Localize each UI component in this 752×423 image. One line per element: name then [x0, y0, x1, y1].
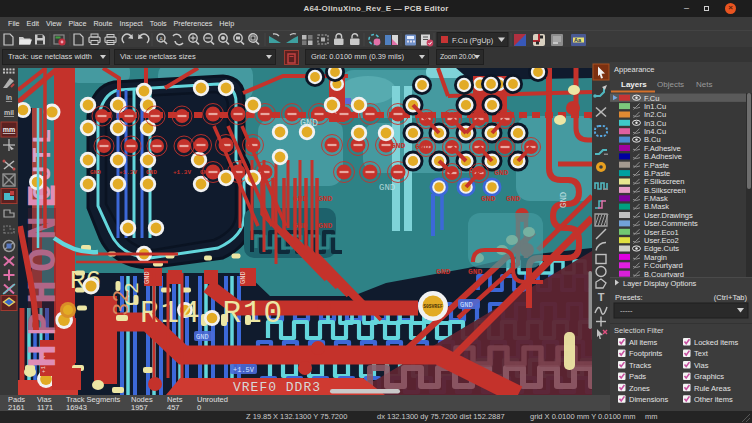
svg-text:mil: mil [4, 109, 14, 116]
svg-text:Aa: Aa [574, 37, 582, 43]
svg-text:Layer Display Options: Layer Display Options [623, 279, 697, 288]
svg-text:GND: GND [506, 194, 521, 203]
svg-text:Selection Filter: Selection Filter [614, 326, 664, 335]
svg-text:Locked items: Locked items [694, 338, 738, 347]
svg-text:GND: GND [460, 301, 473, 309]
svg-text:GND: GND [146, 169, 157, 176]
svg-text:GND: GND [391, 141, 406, 150]
svg-text:GND: GND [379, 183, 395, 193]
svg-text:GND: GND [318, 194, 333, 203]
svg-text:GND: GND [436, 267, 451, 276]
svg-text:Dimensions: Dimensions [629, 395, 668, 404]
svg-text:S0SVREF: S0SVREF [423, 304, 443, 309]
svg-text:T: T [598, 291, 605, 303]
svg-text:+1.3V: +1.3V [173, 169, 191, 176]
svg-text:GND: GND [300, 118, 318, 129]
svg-text:VREF0 DDR3: VREF0 DDR3 [233, 380, 321, 395]
svg-text:(Ctrl+Tab): (Ctrl+Tab) [714, 293, 748, 302]
svg-text:GND: GND [481, 194, 496, 203]
svg-text:GND: GND [239, 271, 247, 284]
svg-text:GND: GND [468, 267, 483, 276]
svg-text:R14 R10: R14 R10 [140, 296, 284, 331]
svg-text:Presets:: Presets: [615, 293, 643, 302]
svg-text:Text: Text [694, 349, 709, 358]
svg-text:GND: GND [196, 333, 209, 341]
svg-text:Graphics: Graphics [694, 372, 724, 381]
svg-text:Nets: Nets [696, 80, 712, 89]
svg-text:All items: All items [629, 338, 658, 347]
svg-text:GND: GND [318, 221, 333, 230]
svg-text:Objects: Objects [657, 80, 684, 89]
svg-text:Layers: Layers [621, 80, 647, 89]
svg-text:Vias: Vias [694, 361, 709, 370]
svg-text:-----: ----- [620, 306, 633, 315]
svg-text:GND: GND [143, 271, 151, 284]
svg-text:GND: GND [559, 192, 569, 208]
svg-text:GND: GND [90, 169, 101, 176]
svg-text:GND: GND [415, 142, 430, 151]
svg-text:GND: GND [494, 168, 509, 177]
svg-text:32: 32 [110, 290, 135, 316]
svg-text:Rule Areas: Rule Areas [694, 384, 731, 393]
svg-text:in: in [6, 94, 12, 101]
svg-text:GND: GND [293, 221, 308, 230]
svg-text:GND: GND [293, 194, 308, 203]
svg-text:+1.5V: +1.5V [233, 366, 255, 374]
svg-text:Footprints: Footprints [629, 349, 663, 358]
svg-text:Pads: Pads [629, 372, 646, 381]
svg-text:OUTL: OUTL [28, 126, 58, 200]
svg-text:GND: GND [469, 166, 484, 175]
svg-text:Other items: Other items [694, 395, 733, 404]
svg-text:Zones: Zones [629, 384, 650, 393]
svg-text:Appearance: Appearance [614, 65, 654, 74]
svg-text:F.Cu (PgUp): F.Cu (PgUp) [452, 36, 494, 45]
svg-text:mm: mm [3, 126, 15, 133]
svg-text:A: A [159, 36, 163, 42]
svg-text:+1.3V: +1.3V [119, 169, 137, 176]
svg-text:Tracks: Tracks [629, 361, 651, 370]
